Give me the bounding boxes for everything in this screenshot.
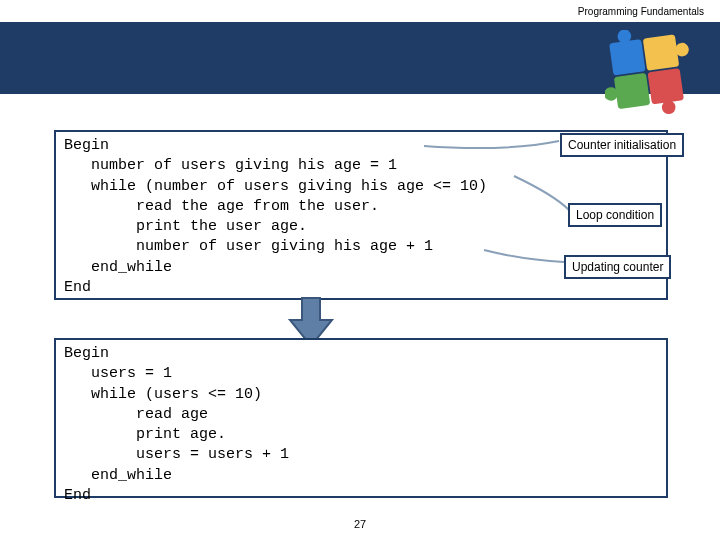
svg-rect-2 (643, 34, 679, 70)
svg-rect-4 (614, 73, 650, 109)
svg-rect-0 (609, 39, 645, 75)
page-title: Programming Fundamentals (578, 6, 704, 17)
puzzle-logo (605, 30, 690, 115)
page-number: 27 (0, 518, 720, 530)
callout-loop-condition: Loop condition (568, 203, 662, 227)
svg-rect-6 (648, 68, 684, 104)
pseudo-code-box-2: Begin users = 1 while (users <= 10) read… (54, 338, 668, 498)
callout-counter-init: Counter initialisation (560, 133, 684, 157)
callout-updating-counter: Updating counter (564, 255, 671, 279)
